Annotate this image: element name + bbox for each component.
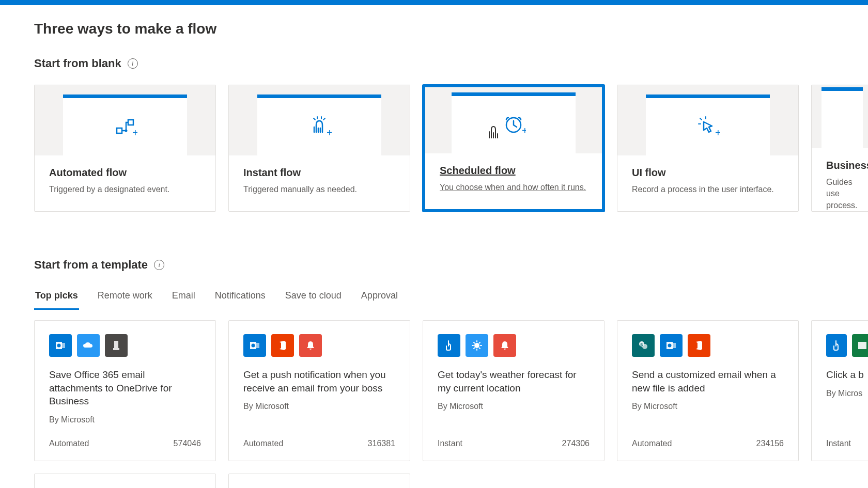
template-count: 316381 xyxy=(368,439,395,448)
blank-section-heading: Start from blank xyxy=(34,57,121,70)
template-section-heading: Start from a template xyxy=(34,258,148,272)
template-author: By Microsoft xyxy=(49,415,201,424)
svg-rect-0 xyxy=(117,128,122,133)
template-author: By Microsoft xyxy=(438,402,590,411)
top-bar xyxy=(0,0,868,5)
template-author: By Microsoft xyxy=(243,402,395,411)
office-icon xyxy=(688,334,710,357)
template-title: Save Office 365 email attachments to One… xyxy=(49,368,201,408)
card-title: Instant flow xyxy=(243,167,395,179)
card-title: Automated flow xyxy=(49,167,201,179)
svg-text:S: S xyxy=(640,342,643,347)
svg-line-21 xyxy=(474,342,475,343)
card-title: Scheduled flow xyxy=(440,165,587,177)
svg-line-22 xyxy=(479,348,481,349)
template-count: 574046 xyxy=(174,439,201,448)
card-desc: Record a process in the user interface. xyxy=(632,184,784,195)
flow-card-business[interactable]: Business Guides use process. xyxy=(811,85,868,212)
card-title: UI flow xyxy=(632,167,784,179)
outlook-icon xyxy=(49,334,72,357)
template-card[interactable] xyxy=(34,474,216,488)
template-title: Get today's weather forecast for my curr… xyxy=(438,368,590,395)
instant-icon: + xyxy=(307,115,332,139)
flow-card-scheduled[interactable]: + Scheduled flow You choose when and how… xyxy=(423,85,605,212)
template-type: Automated xyxy=(632,439,672,448)
svg-point-26 xyxy=(642,344,647,349)
office-icon xyxy=(271,334,294,357)
svg-text:+: + xyxy=(327,127,332,138)
template-author: By Microsoft xyxy=(632,402,784,411)
svg-rect-10 xyxy=(61,343,65,348)
tab-top-picks[interactable]: Top picks xyxy=(34,286,79,310)
card-title: Business xyxy=(826,160,858,171)
tab-email[interactable]: Email xyxy=(171,286,196,310)
gray-connector-icon xyxy=(105,334,128,357)
svg-line-23 xyxy=(474,348,475,349)
template-card[interactable]: Save Office 365 email attachments to One… xyxy=(34,320,216,461)
template-title: Send a customized email when a new file … xyxy=(632,368,784,395)
svg-point-16 xyxy=(474,343,479,348)
template-card[interactable]: Click a b By Micros Instant xyxy=(811,320,868,461)
card-desc: Guides use process. xyxy=(826,177,858,211)
tab-remote-work[interactable]: Remote work xyxy=(97,286,153,310)
template-tabs: Top picks Remote work Email Notification… xyxy=(34,286,868,310)
tab-approval[interactable]: Approval xyxy=(360,286,399,310)
template-type: Automated xyxy=(49,439,89,448)
info-icon[interactable]: i xyxy=(154,260,164,270)
svg-point-2 xyxy=(125,129,128,132)
excel-icon xyxy=(852,334,868,357)
outlook-icon xyxy=(660,334,683,357)
template-author: By Micros xyxy=(826,389,868,398)
notification-icon xyxy=(493,334,516,357)
notification-icon xyxy=(299,334,322,357)
info-icon[interactable]: i xyxy=(128,58,138,69)
template-type: Automated xyxy=(243,439,283,448)
card-desc: Triggered by a designated event. xyxy=(49,184,201,195)
svg-point-14 xyxy=(252,344,255,348)
template-type: Instant xyxy=(438,439,462,448)
tab-save-to-cloud[interactable]: Save to cloud xyxy=(284,286,343,310)
template-type: Instant xyxy=(826,439,851,448)
template-card[interactable] xyxy=(228,474,410,488)
ui-icon: + xyxy=(695,115,720,139)
button-icon xyxy=(826,334,847,357)
svg-text:+: + xyxy=(132,127,137,138)
page-title: Three ways to make a flow xyxy=(34,21,868,37)
blank-card-row: + Automated flow Triggered by a designat… xyxy=(34,85,868,212)
weather-icon xyxy=(466,334,488,357)
svg-rect-11 xyxy=(114,341,118,348)
svg-line-24 xyxy=(479,342,481,343)
flow-card-ui[interactable]: + UI flow Record a process in the user i… xyxy=(617,85,799,212)
template-card-row: Save Office 365 email attachments to One… xyxy=(34,320,868,461)
flow-card-instant[interactable]: + Instant flow Triggered manually as nee… xyxy=(228,85,410,212)
sharepoint-icon: S xyxy=(632,334,655,357)
svg-text:+: + xyxy=(715,127,720,138)
svg-rect-15 xyxy=(256,343,259,348)
template-count: 234156 xyxy=(756,439,784,448)
template-card[interactable]: S Send a customized email when a new fil… xyxy=(617,320,799,461)
template-title: Click a b xyxy=(826,368,868,382)
template-card[interactable]: Get a push notification when you receive… xyxy=(228,320,410,461)
svg-text:+: + xyxy=(522,125,526,136)
template-title: Get a push notification when you receive… xyxy=(243,368,395,395)
svg-rect-30 xyxy=(672,343,676,348)
automated-icon: + xyxy=(113,115,137,139)
svg-rect-1 xyxy=(128,120,133,125)
onedrive-icon xyxy=(77,334,100,357)
template-card[interactable]: Get today's weather forecast for my curr… xyxy=(423,320,605,461)
button-icon xyxy=(438,334,460,357)
tab-notifications[interactable]: Notifications xyxy=(214,286,267,310)
svg-rect-12 xyxy=(113,348,119,350)
svg-point-29 xyxy=(668,344,672,348)
card-desc: Triggered manually as needed. xyxy=(243,184,395,195)
flow-card-automated[interactable]: + Automated flow Triggered by a designat… xyxy=(34,85,216,212)
template-count: 274306 xyxy=(562,439,590,448)
svg-point-9 xyxy=(57,344,61,348)
svg-rect-31 xyxy=(858,342,866,349)
card-desc: You choose when and how often it runs. xyxy=(440,182,587,193)
outlook-icon xyxy=(243,334,266,357)
scheduled-icon: + xyxy=(501,113,526,137)
